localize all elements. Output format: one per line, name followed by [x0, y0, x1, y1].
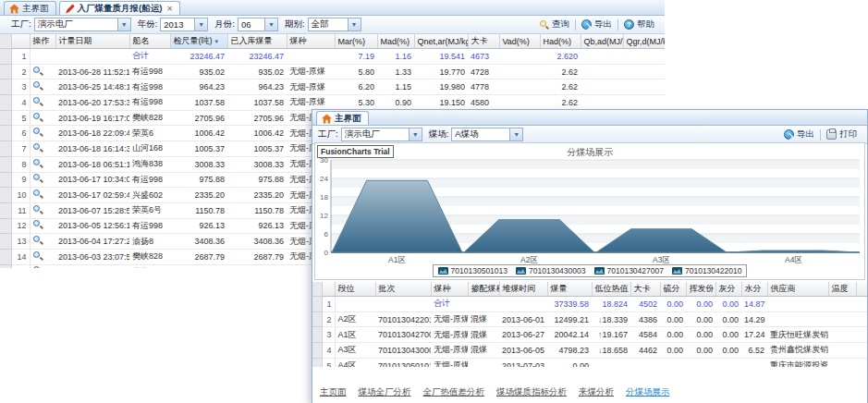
nav-link-yard-quality-index-analysis[interactable]: 煤场煤质指标分析	[496, 386, 567, 398]
y-tick-label: 24	[320, 175, 328, 183]
chevron-down-icon[interactable]: ▼	[409, 128, 422, 140]
table-row[interactable]: 32013-06-25 14:48:10有运998964.23964.23无烟-…	[0, 79, 665, 95]
row-number: 13	[11, 234, 30, 250]
column-header[interactable]: 煤量	[547, 282, 592, 297]
magnifier-icon[interactable]	[33, 236, 43, 245]
column-header[interactable]: Mar(%)	[335, 34, 377, 49]
column-header[interactable]: 水分	[741, 282, 767, 297]
column-header[interactable]: 船名	[129, 34, 170, 49]
column-header[interactable]: 检尺量(吨) ▼	[170, 34, 227, 49]
month-select[interactable]: 06▼	[238, 18, 278, 31]
factory-select[interactable]: 演示电厂▼	[34, 18, 131, 31]
magnifier-icon[interactable]	[33, 143, 43, 153]
magnifier-icon[interactable]	[33, 266, 43, 268]
column-header[interactable]: 低位热值	[592, 282, 630, 297]
magnifier-icon[interactable]	[33, 81, 43, 91]
legend-item[interactable]: 7010130422010	[672, 266, 741, 275]
table-cell: 1006.42	[170, 126, 227, 141]
magnifier-icon[interactable]	[33, 67, 43, 76]
export-button[interactable]: 导出	[778, 128, 820, 140]
column-header[interactable]: Qb,ad(MJ/...	[581, 34, 623, 49]
table-cell: 7010130422010	[375, 311, 431, 327]
column-header[interactable]: Mad(%)	[377, 34, 414, 49]
chevron-down-icon[interactable]: ▼	[194, 18, 207, 31]
magnifier-icon[interactable]	[33, 128, 43, 137]
chevron-down-icon[interactable]: ▼	[264, 18, 277, 31]
column-header[interactable]: 温度	[828, 282, 856, 297]
column-header[interactable]: 灰分	[715, 282, 741, 297]
legend-item[interactable]: 7010130430003	[516, 266, 585, 275]
column-header[interactable]: 段位	[335, 282, 375, 297]
magnifier-icon[interactable]	[33, 113, 43, 122]
legend-item[interactable]: 7010130501013	[438, 266, 507, 275]
export-button[interactable]: 导出	[576, 18, 617, 31]
area-chart[interactable]: 0612182430A1区A2区A3区A4区	[316, 156, 863, 276]
yard-select[interactable]: A煤场▼	[451, 128, 523, 141]
column-header[interactable]: 硫分	[660, 282, 686, 297]
column-header[interactable]: 煤种	[431, 282, 468, 297]
magnifier-icon[interactable]	[33, 205, 43, 214]
legend-item[interactable]: 7010130427007	[594, 266, 664, 275]
column-header[interactable]: 掺配煤种	[468, 282, 499, 297]
print-button[interactable]: 打印	[821, 128, 862, 140]
column-header[interactable]: 挥发份	[686, 282, 715, 297]
row-edge	[0, 249, 11, 264]
column-header[interactable]: 大卡	[468, 34, 499, 49]
table-row[interactable]: 42013-06-20 17:53:33有运9981037.581037.58无…	[0, 95, 665, 111]
column-header[interactable]: 供应商	[767, 282, 828, 297]
nav-link-home[interactable]: 主页面	[320, 386, 347, 398]
nav-link-incoming-coal-analysis[interactable]: 来煤分析	[579, 386, 614, 398]
table-row[interactable]: 1合计23246.4723246.477.191.1619.54146732.6…	[0, 49, 665, 65]
query-label: 查询	[552, 18, 569, 31]
help-button[interactable]: ?帮助	[618, 18, 660, 31]
chevron-down-icon[interactable]: ▼	[117, 18, 130, 31]
column-header[interactable]: Had(%)	[540, 34, 581, 49]
query-button[interactable]: 查询	[533, 18, 575, 31]
table-row[interactable]: 2A2区7010130422010无烟-原煤混煤2013-06-0112499.…	[312, 311, 867, 327]
column-header[interactable]: Qgr,d(MJ/kg)	[623, 34, 665, 49]
sort-descending-icon[interactable]: ▼	[213, 39, 220, 44]
nav-link-yard-plant-analysis[interactable]: 煤场全厂分析	[359, 386, 411, 398]
close-icon[interactable]: ✕	[166, 5, 173, 13]
table-row[interactable]: 5A4区7010130501013无烟-原煤2013-07-030.00重庆市能…	[312, 358, 867, 367]
magnifier-icon[interactable]	[33, 159, 43, 168]
column-header[interactable]: 堆煤时间	[499, 282, 547, 297]
chevron-down-icon[interactable]: ▼	[348, 18, 361, 31]
table-row[interactable]: 1合计37339.5818.82445020.000.000.0014.87	[312, 297, 867, 312]
row-number: 10	[11, 188, 30, 203]
magnifier-icon[interactable]	[33, 174, 43, 183]
chevron-down-icon[interactable]: ▼	[509, 128, 522, 140]
column-header[interactable]: Vad(%)	[499, 34, 540, 49]
tab-coal-report[interactable]: 入厂煤量质月报(船运) ✕	[59, 1, 181, 15]
table-row[interactable]: 3A1区7010130427007无烟-原煤混煤2013-06-2720042.…	[312, 327, 867, 343]
column-header[interactable]: 操作	[30, 34, 55, 49]
row-number: 15	[11, 264, 30, 268]
nav-link-yard-display[interactable]: 分煤场展示	[626, 386, 670, 398]
table-cell	[581, 49, 623, 65]
table-cell: 樊峡828	[129, 249, 170, 264]
filler-cell	[856, 297, 867, 312]
magnifier-icon[interactable]	[33, 251, 43, 261]
factory-select[interactable]: 演示电厂▼	[341, 128, 422, 141]
magnifier-icon[interactable]	[33, 189, 43, 199]
nav-link-plant-heat-diff-analysis[interactable]: 全厂热值差分析	[423, 386, 485, 398]
year-select[interactable]: 2013▼	[160, 18, 208, 31]
magnifier-icon[interactable]	[33, 97, 43, 106]
period-select[interactable]: 全部▼	[308, 18, 361, 31]
column-header[interactable]: 煤种	[287, 34, 335, 49]
column-header[interactable]: 批次	[375, 282, 431, 297]
column-header[interactable]: Qnet,ar(MJ/kg)	[414, 34, 468, 49]
column-header[interactable]: 计量日期	[55, 34, 129, 49]
table-header-row: 操作计量日期船名检尺量(吨) ▼已入库煤量煤种Mar(%)Mad(%)Qnet,…	[0, 34, 665, 49]
table-cell: A3区	[335, 343, 375, 359]
table-cell: 荣英6	[129, 264, 170, 268]
tab-main[interactable]: 主界面	[316, 111, 369, 125]
tab-main[interactable]: 主界面	[4, 1, 56, 15]
table-row[interactable]: 4A3区7010130430003无烟-原煤混煤2013-06-054798.2…	[312, 343, 867, 359]
column-header[interactable]: 已入库煤量	[227, 34, 287, 49]
table-row[interactable]: 22013-06-28 11:52:17有运998935.02935.02无烟-…	[0, 64, 665, 79]
table-cell: ↓18.658	[592, 343, 630, 359]
column-header[interactable]: 大卡	[630, 282, 660, 297]
table-cell: 贵州鑫悦煤炭销	[767, 343, 828, 359]
magnifier-icon[interactable]	[33, 220, 43, 229]
